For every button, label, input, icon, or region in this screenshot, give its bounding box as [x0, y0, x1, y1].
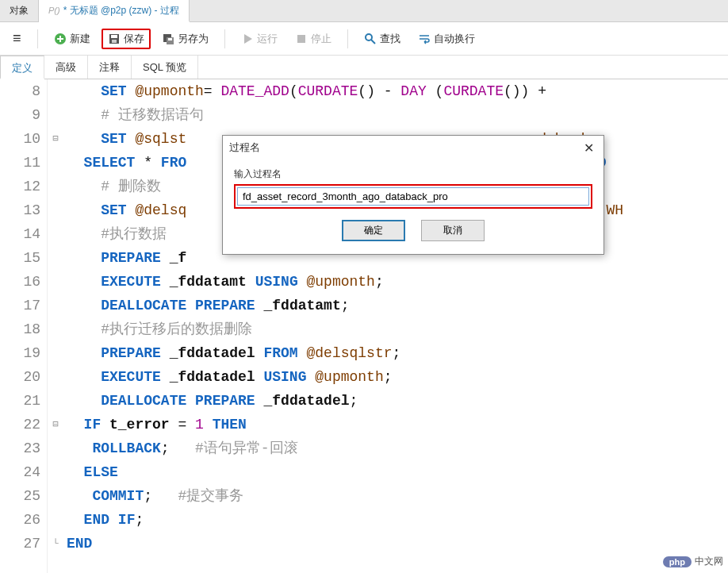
- subtab-advanced[interactable]: 高级: [44, 56, 88, 79]
- svg-rect-6: [168, 38, 172, 40]
- line-number: 26: [0, 508, 40, 532]
- find-button[interactable]: 查找: [358, 29, 407, 49]
- fold-marker: [48, 222, 63, 246]
- fold-marker: [48, 79, 63, 103]
- tab-bar: 对象 P() * 无标题 @p2p (zzw) - 过程: [0, 0, 728, 22]
- line-number: 10: [0, 127, 40, 151]
- separator: [37, 29, 38, 48]
- fold-column: ⊟⊟└: [48, 79, 63, 573]
- code-line[interactable]: COMMIT; #提交事务: [67, 484, 728, 508]
- plus-icon: [54, 33, 67, 45]
- line-number: 23: [0, 436, 40, 460]
- cancel-button[interactable]: 取消: [421, 220, 485, 241]
- subtab-comment[interactable]: 注释: [88, 56, 132, 79]
- separator: [224, 29, 225, 48]
- search-icon: [364, 33, 377, 45]
- save-as-icon: [162, 33, 174, 45]
- fold-marker: [48, 484, 63, 508]
- fold-marker: [48, 151, 63, 175]
- line-number: 22: [0, 413, 40, 436]
- line-number: 27: [0, 532, 40, 556]
- find-label: 查找: [380, 32, 400, 46]
- code-line[interactable]: PREPARE _fddatadel FROM @delsqlstr;: [67, 341, 728, 365]
- code-line[interactable]: #执行迁移后的数据删除: [67, 317, 728, 341]
- line-number: 13: [0, 198, 40, 222]
- hamburger-icon[interactable]: ≡: [6, 27, 28, 50]
- stop-icon: [295, 33, 308, 45]
- stop-button[interactable]: 停止: [289, 29, 338, 49]
- fold-marker: [48, 270, 63, 294]
- tab-procedure-label: * 无标题 @p2p (zzw) - 过程: [63, 4, 179, 17]
- code-line[interactable]: # 迁移数据语句: [67, 103, 728, 127]
- run-label: 运行: [257, 32, 278, 46]
- watermark: php 中文网: [663, 555, 723, 568]
- new-button[interactable]: 新建: [48, 29, 97, 49]
- code-line[interactable]: SET @upmonth= DATE_ADD(CURDATE() - DAY (…: [67, 79, 728, 103]
- code-line[interactable]: ELSE: [67, 460, 728, 484]
- fold-marker[interactable]: ⊟: [48, 413, 63, 436]
- fold-marker: [48, 341, 63, 365]
- stop-label: 停止: [311, 32, 331, 46]
- fold-marker: [48, 198, 63, 222]
- line-number: 16: [0, 270, 40, 294]
- save-button[interactable]: 保存: [102, 29, 151, 49]
- tab-procedure[interactable]: P() * 无标题 @p2p (zzw) - 过程: [39, 0, 190, 22]
- fold-marker: [48, 508, 63, 532]
- procedure-name-dialog: 过程名 ✕ 输入过程名 确定 取消: [222, 135, 604, 255]
- line-number: 11: [0, 151, 40, 175]
- line-number: 12: [0, 175, 40, 198]
- svg-rect-2: [111, 35, 117, 38]
- code-line[interactable]: EXECUTE _fddatadel USING @upmonth;: [67, 365, 728, 389]
- code-line[interactable]: END IF;: [67, 508, 728, 532]
- run-button[interactable]: 运行: [235, 29, 284, 49]
- line-number: 21: [0, 389, 40, 413]
- fold-marker: [48, 103, 63, 127]
- php-badge: php: [663, 556, 692, 567]
- save-as-button[interactable]: 另存为: [155, 29, 215, 49]
- fold-marker: [48, 460, 63, 484]
- line-number: 8: [0, 79, 40, 103]
- line-number: 18: [0, 317, 40, 341]
- code-line[interactable]: EXECUTE _fddatamt USING @upmonth;: [67, 270, 728, 294]
- new-label: 新建: [70, 32, 90, 46]
- procedure-name-input[interactable]: [237, 187, 589, 206]
- separator: [347, 29, 348, 48]
- code-line[interactable]: END: [67, 532, 728, 556]
- line-number: 14: [0, 222, 40, 246]
- tab-objects[interactable]: 对象: [0, 0, 39, 21]
- wrap-button[interactable]: 自动换行: [412, 29, 481, 49]
- procedure-icon: P(): [48, 6, 60, 15]
- dialog-body: 输入过程名 确定 取消: [223, 160, 603, 254]
- svg-rect-7: [297, 35, 305, 43]
- line-number: 19: [0, 341, 40, 365]
- subtab-sql-preview[interactable]: SQL 预览: [132, 56, 198, 79]
- fold-marker: [48, 294, 63, 317]
- svg-point-8: [366, 34, 372, 40]
- fold-marker: [48, 365, 63, 389]
- fold-marker: [48, 389, 63, 413]
- ok-button[interactable]: 确定: [342, 220, 405, 241]
- code-line[interactable]: IF t_error = 1 THEN: [67, 413, 728, 436]
- line-number: 9: [0, 103, 40, 127]
- line-number: 25: [0, 484, 40, 508]
- dialog-input-wrap: [234, 184, 592, 209]
- wrap-label: 自动换行: [434, 32, 475, 46]
- close-icon[interactable]: ✕: [580, 140, 597, 156]
- subtab-define[interactable]: 定义: [0, 56, 44, 79]
- dialog-titlebar[interactable]: 过程名 ✕: [223, 136, 603, 160]
- code-line[interactable]: DEALLOCATE PREPARE _fddatamt;: [67, 294, 728, 317]
- save-label: 保存: [124, 32, 144, 46]
- svg-rect-3: [112, 40, 117, 43]
- fold-marker[interactable]: ⊟: [48, 127, 63, 151]
- play-icon: [241, 33, 254, 45]
- line-number: 17: [0, 294, 40, 317]
- save-icon: [108, 33, 121, 45]
- line-number-gutter: 89101112131415161718192021222324252627: [0, 79, 48, 573]
- line-number: 20: [0, 365, 40, 389]
- wrap-icon: [418, 33, 431, 45]
- fold-marker: [48, 246, 63, 270]
- code-line[interactable]: DEALLOCATE PREPARE _fddatadel;: [67, 389, 728, 413]
- fold-marker[interactable]: └: [48, 532, 63, 556]
- code-line[interactable]: ROLLBACK; #语句异常-回滚: [67, 436, 728, 460]
- line-number: 24: [0, 460, 40, 484]
